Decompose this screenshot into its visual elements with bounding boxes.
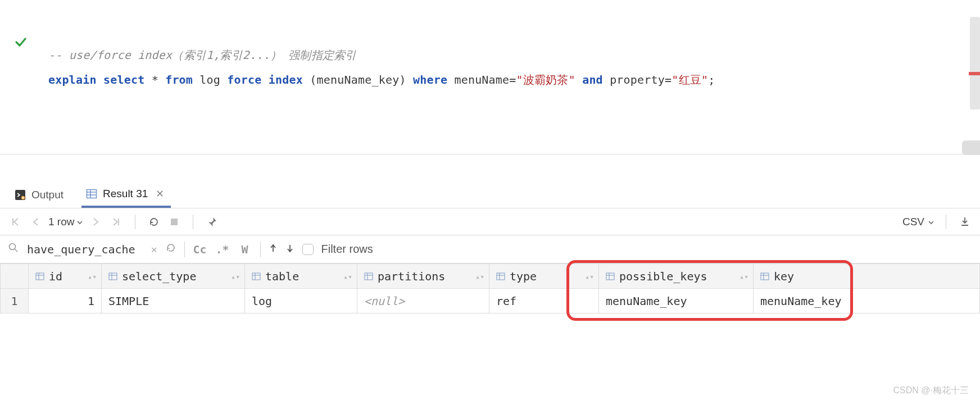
col-possible_keys-label: possible_keys (619, 270, 707, 283)
first-page-icon[interactable] (8, 215, 22, 229)
stop-icon[interactable] (167, 215, 182, 229)
svg-line-8 (15, 249, 18, 252)
result-grid: id▴▾ select_type▴▾ table▴▾ partitions▴▾ … (0, 263, 980, 313)
toolbar-divider-2 (193, 215, 193, 229)
column-icon (108, 272, 117, 281)
tok-and: and (582, 73, 603, 87)
refresh-icon[interactable] (147, 215, 161, 229)
cell-id[interactable]: 1 (29, 289, 102, 313)
sql-editor[interactable]: -- use/force index（索引1,索引2...） 强制指定索引 ex… (42, 0, 980, 154)
tok-where: where (413, 73, 447, 87)
svg-rect-24 (606, 273, 614, 280)
tab-output-label: Output (31, 189, 63, 201)
tok-str2: "红豆" (672, 73, 708, 87)
svg-rect-9 (36, 273, 44, 280)
last-page-icon[interactable] (109, 215, 124, 229)
col-type-label: type (510, 270, 537, 283)
column-icon (35, 272, 44, 281)
sort-icon: ▴▾ (585, 272, 594, 280)
cell-table[interactable]: log (245, 289, 357, 313)
export-csv[interactable]: CSV (902, 216, 934, 228)
cell-type[interactable]: ref (489, 289, 599, 313)
sort-icon: ▴▾ (739, 272, 748, 280)
sort-icon: ▴▾ (88, 272, 97, 280)
tok-col1: menuName (454, 73, 509, 87)
sort-icon: ▴▾ (231, 272, 240, 280)
row-count[interactable]: 1 row (48, 216, 83, 228)
pin-icon[interactable] (205, 215, 219, 229)
svg-rect-15 (252, 273, 260, 280)
cell-rownum: 1 (1, 289, 29, 313)
table-row[interactable]: 1 1 SIMPLE log <null> ref menuName_key m… (1, 289, 980, 313)
sort-icon: ▴▾ (475, 272, 484, 280)
col-table[interactable]: table▴▾ (245, 264, 357, 289)
status-ok-icon (14, 35, 28, 49)
tok-force: force (227, 73, 261, 87)
tab-output[interactable]: Output (10, 181, 68, 208)
column-icon (760, 272, 769, 281)
tok-table: log (199, 73, 220, 87)
col-key-label: key (774, 270, 794, 283)
svg-point-7 (10, 244, 16, 250)
sql-editor-pane: -- use/force index（索引1,索引2...） 强制指定索引 ex… (0, 0, 980, 154)
regex-toggle[interactable]: .* (215, 243, 230, 256)
watermark: CSDN @·梅花十三 (893, 385, 969, 397)
tok-eq2: = (665, 73, 672, 87)
filter-divider-2 (260, 242, 261, 257)
whole-word-toggle[interactable]: W (238, 243, 252, 256)
editor-error-marker[interactable] (969, 72, 980, 75)
column-icon (252, 272, 261, 281)
svg-rect-27 (761, 273, 769, 280)
pane-gap (0, 154, 980, 181)
tok-eq1: = (509, 73, 516, 87)
row-count-label: 1 row (48, 216, 74, 228)
tok-star: * (152, 73, 158, 87)
chevron-down-icon (76, 216, 83, 228)
editor-scrollbar[interactable] (970, 17, 980, 110)
svg-rect-6 (171, 219, 178, 225)
nav-group: 1 row (8, 215, 124, 229)
col-partitions[interactable]: partitions▴▾ (357, 264, 489, 289)
filter-bar: have_query_cache ✕ Cc .* W Filter rows (0, 235, 980, 263)
tab-result-label: Result 31 (103, 188, 148, 200)
next-page-icon[interactable] (89, 215, 103, 229)
tok-from: from (165, 73, 193, 87)
prev-page-icon[interactable] (28, 215, 43, 229)
col-id-label: id (49, 270, 62, 283)
tok-str1: "波霸奶茶" (516, 73, 575, 87)
side-handle[interactable] (962, 140, 980, 155)
col-type[interactable]: type▴▾ (489, 264, 599, 289)
filter-rows-checkbox[interactable] (302, 244, 314, 255)
prev-match-icon[interactable] (269, 243, 278, 256)
sql-comment: -- use/force index（索引1,索引2...） 强制指定索引 (48, 48, 356, 62)
cell-key[interactable]: menuName_key (754, 289, 980, 313)
search-input[interactable]: have_query_cache (27, 243, 143, 256)
svg-rect-2 (87, 189, 97, 198)
search-icon (8, 242, 19, 256)
clear-search-icon[interactable]: ✕ (151, 243, 157, 255)
cell-possible_keys[interactable]: menuName_key (599, 289, 754, 313)
cell-partitions[interactable]: <null> (357, 289, 489, 313)
history-icon[interactable] (165, 242, 176, 256)
match-case-toggle[interactable]: Cc (193, 243, 207, 256)
svg-rect-12 (109, 273, 117, 280)
cell-select_type[interactable]: SIMPLE (102, 289, 245, 313)
download-icon[interactable] (958, 215, 972, 229)
result-toolbar: 1 row CSV (0, 208, 980, 235)
output-icon (15, 189, 26, 201)
tab-result[interactable]: Result 31 ✕ (81, 181, 171, 208)
col-table-label: table (265, 270, 299, 283)
next-match-icon[interactable] (285, 243, 294, 256)
col-id[interactable]: id▴▾ (29, 264, 102, 289)
toolbar-divider (135, 215, 135, 229)
col-select_type[interactable]: select_type▴▾ (102, 264, 245, 289)
rownum-header[interactable] (1, 264, 29, 289)
tok-semi: ; (708, 73, 715, 87)
result-tabs: Output Result 31 ✕ (0, 181, 980, 208)
col-possible_keys[interactable]: possible_keys▴▾ (599, 264, 754, 289)
filter-rows-label: Filter rows (321, 243, 373, 256)
tok-select: select (103, 73, 144, 87)
close-icon[interactable]: ✕ (153, 188, 166, 200)
svg-rect-21 (497, 273, 505, 280)
col-key[interactable]: key (754, 264, 980, 289)
